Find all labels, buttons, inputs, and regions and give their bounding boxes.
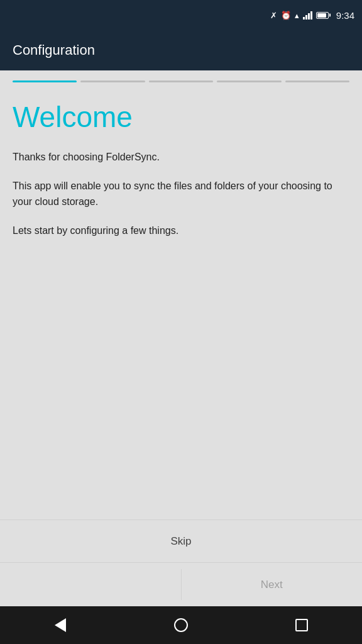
battery-icon [316,12,329,19]
system-nav-bar [0,606,362,644]
main-content: Welcome Thanks for choosing FolderSync. … [0,87,362,519]
next-button[interactable]: Next [182,563,363,606]
paragraph-3: Lets start by configuring a few things. [13,223,349,239]
app-bar: Configuration [0,30,362,70]
status-icons: ✗ ⏰ ▴ 9:34 [270,10,354,21]
app-bar-title: Configuration [13,42,95,58]
progress-step-1 [13,80,77,82]
progress-step-4 [217,80,281,82]
action-left-placeholder [0,563,181,606]
alarm-icon: ⏰ [281,11,291,20]
welcome-title: Welcome [13,100,349,134]
home-icon [174,618,188,632]
wifi-icon: ▴ [295,11,299,20]
paragraph-1: Thanks for choosing FolderSync. [13,149,349,165]
signal-icon [303,11,312,19]
status-time: 9:34 [336,10,354,21]
progress-step-3 [149,80,213,82]
paragraph-2: This app will enable you to sync the fil… [13,178,349,210]
status-bar: ✗ ⏰ ▴ 9:34 [0,0,362,30]
skip-button[interactable]: Skip [145,529,216,554]
back-icon [55,618,66,632]
bottom-action-bar: Next [0,562,362,606]
nav-home-button[interactable] [170,614,192,636]
nav-back-button[interactable] [49,614,72,636]
progress-step-2 [80,80,145,82]
progress-indicator [0,70,362,87]
progress-step-5 [285,80,349,82]
nav-recents-button[interactable] [290,614,313,636]
recents-icon [295,619,308,631]
skip-area: Skip [0,519,362,562]
bluetooth-icon: ✗ [270,11,277,20]
